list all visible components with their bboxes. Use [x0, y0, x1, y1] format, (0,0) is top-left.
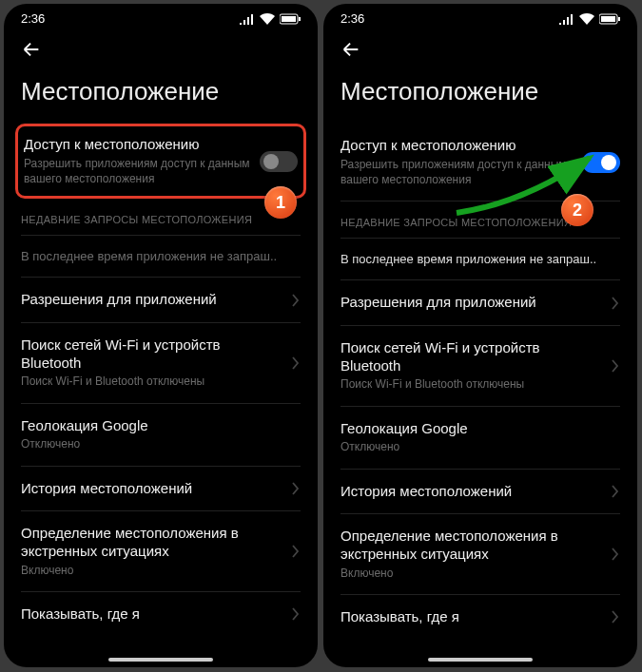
battery-icon [599, 13, 620, 25]
signal-icon [240, 13, 255, 25]
highlight-box: Доступ к местоположению Разрешить прилож… [15, 124, 306, 199]
status-bar: 2:36 [323, 4, 637, 29]
recent-requests-text: В последнее время приложения не запраш.. [21, 236, 301, 278]
back-icon[interactable] [21, 39, 42, 60]
section-header: НЕДАВНИЕ ЗАПРОСЫ МЕСТОПОЛОЖЕНИЯ [21, 199, 301, 236]
chevron-right-icon [611, 359, 620, 373]
google-geo-title: Геолокация Google [340, 420, 620, 438]
google-geo-row[interactable]: Геолокация Google Отключено [340, 407, 620, 470]
status-time: 2:36 [21, 11, 45, 26]
location-access-title: Доступ к местоположению [340, 137, 573, 155]
chevron-right-icon [611, 485, 620, 498]
chevron-right-icon [291, 545, 301, 558]
location-toggle-off[interactable] [260, 151, 298, 172]
chevron-right-icon [291, 607, 301, 621]
app-permissions-row[interactable]: Разрешения для приложений [21, 278, 301, 323]
emergency-row[interactable]: Определение местоположения в экстренных … [340, 514, 620, 595]
back-row [4, 29, 318, 69]
phone-left: 2:36 Местоположение Доступ к местоположе… [4, 4, 318, 667]
recent-requests-text: В последнее время приложения не запраш.. [340, 239, 620, 280]
chevron-right-icon [611, 297, 620, 310]
page-title: Местоположение [4, 69, 318, 124]
app-permissions-row[interactable]: Разрешения для приложений [340, 280, 620, 326]
show-where-title: Показывать, где я [21, 605, 282, 624]
svg-rect-4 [601, 16, 615, 22]
history-row[interactable]: История местоположений [340, 470, 620, 515]
wifi-icon [579, 13, 594, 25]
emergency-row[interactable]: Определение местоположения в экстренных … [21, 511, 301, 592]
google-geo-sub: Отключено [340, 439, 620, 454]
wifi-bt-title: Поиск сетей Wi-Fi и устройств Bluetooth [340, 339, 601, 375]
wifi-bt-scan-row[interactable]: Поиск сетей Wi-Fi и устройств Bluetooth … [21, 323, 301, 404]
back-icon[interactable] [340, 39, 361, 60]
google-geo-title: Геолокация Google [21, 417, 301, 435]
show-where-title: Показывать, где я [340, 608, 601, 626]
status-time: 2:36 [340, 11, 364, 26]
back-row [323, 29, 637, 69]
show-where-row[interactable]: Показывать, где я [340, 595, 620, 640]
history-title: История местоположений [21, 480, 282, 498]
battery-icon [280, 13, 301, 25]
svg-rect-1 [282, 16, 296, 22]
app-permissions-title: Разрешения для приложений [21, 291, 282, 309]
history-row[interactable]: История местоположений [21, 467, 301, 512]
app-permissions-title: Разрешения для приложений [340, 294, 601, 312]
location-access-sub: Разрешить приложениям доступ к данным ва… [24, 156, 250, 186]
emergency-title: Определение местоположения в экстренных … [21, 525, 282, 561]
step-badge-2: 2 [561, 194, 593, 226]
emergency-sub: Включено [340, 566, 601, 581]
wifi-bt-sub: Поиск Wi-Fi и Bluetooth отключены [21, 374, 282, 389]
svg-rect-5 [618, 17, 620, 21]
location-access-sub: Разрешить приложениям доступ к данным ва… [340, 157, 573, 187]
signal-icon [559, 13, 574, 25]
wifi-bt-title: Поиск сетей Wi-Fi и устройств Bluetooth [21, 336, 282, 373]
wifi-icon [260, 13, 275, 25]
location-access-row[interactable]: Доступ к местоположению Разрешить прилож… [340, 124, 620, 202]
chevron-right-icon [611, 610, 620, 624]
location-access-row[interactable]: Доступ к местоположению Разрешить прилож… [24, 136, 298, 186]
phone-right: 2:36 Местоположение Доступ к местоположе… [323, 4, 637, 667]
home-indicator[interactable] [428, 658, 533, 662]
wifi-bt-sub: Поиск Wi-Fi и Bluetooth отключены [340, 376, 601, 392]
show-where-row[interactable]: Показывать, где я [21, 592, 301, 637]
location-toggle-on[interactable] [582, 152, 620, 173]
google-geo-sub: Отключено [21, 436, 301, 451]
google-geo-row[interactable]: Геолокация Google Отключено [21, 404, 301, 467]
chevron-right-icon [291, 356, 301, 370]
emergency-title: Определение местоположения в экстренных … [340, 528, 601, 564]
location-access-title: Доступ к местоположению [24, 136, 250, 154]
history-title: История местоположений [340, 483, 601, 501]
step-badge-1: 1 [264, 186, 297, 219]
emergency-sub: Включено [21, 563, 282, 578]
wifi-bt-scan-row[interactable]: Поиск сетей Wi-Fi и устройств Bluetooth … [340, 326, 620, 407]
page-title: Местоположение [323, 69, 637, 124]
status-icons [559, 13, 620, 25]
chevron-right-icon [291, 482, 301, 495]
home-indicator[interactable] [108, 658, 213, 662]
svg-rect-2 [299, 17, 301, 21]
chevron-right-icon [291, 294, 301, 307]
status-bar: 2:36 [4, 4, 318, 29]
chevron-right-icon [611, 547, 620, 561]
status-icons [240, 13, 301, 25]
